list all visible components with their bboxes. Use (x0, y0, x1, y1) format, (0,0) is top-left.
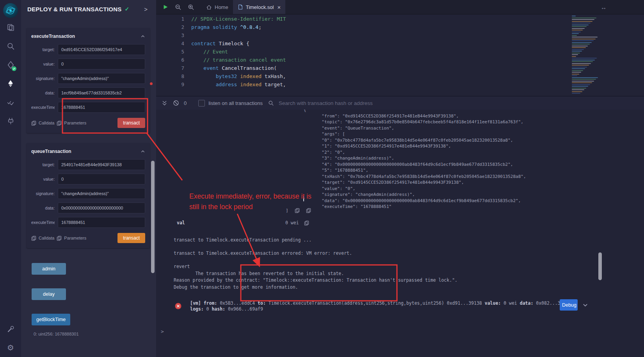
debug-button[interactable]: Debug (560, 299, 578, 311)
expand-log-icon[interactable] (582, 302, 588, 308)
log-revert-line: The transaction has been reverted to the… (174, 270, 457, 277)
debugger-icon[interactable] (0, 320, 21, 338)
executeTransaction-signature-input[interactable] (58, 73, 145, 84)
plugin-manager-icon[interactable] (0, 112, 21, 130)
icon-rail: ⚙ (0, 0, 21, 357)
getBlockTime-button[interactable]: getBlockTime (32, 314, 70, 325)
json-line: "0": "0x7bbc4778d4afa5bc7e95838b14d5e4e0… (304, 137, 526, 144)
unit-testing-icon[interactable] (0, 93, 21, 112)
code-line: 5 // Event (156, 48, 644, 56)
compiler-success-badge (12, 66, 16, 71)
line-number: 6 (156, 56, 184, 64)
admin-button[interactable]: admin (32, 263, 66, 275)
executeTransaction-data-input[interactable] (58, 87, 145, 98)
queueTransaction-transact-button[interactable]: transact (117, 233, 145, 243)
queueTransaction-target-input[interactable] (58, 159, 145, 170)
success-check-icon: ✓ (125, 6, 129, 12)
executeTransaction-transact-button[interactable]: transact (117, 118, 145, 128)
json-line: "1": "0xd9145CCE52D386f254917e481eB44e99… (304, 143, 526, 149)
breakpoint-dot (150, 82, 153, 85)
json-line: "from": "0xd9145CCE52D386f254917e481eB44… (304, 113, 526, 119)
minimap[interactable] (572, 16, 606, 94)
terminal-prompt[interactable]: > (161, 329, 164, 334)
tx-summary-row[interactable]: [vm] from: 0x5B3...eddC4 to: Timelock.ex… (175, 300, 571, 312)
copy-icon[interactable] (304, 220, 309, 226)
zoom-out-icon[interactable] (175, 4, 181, 11)
field-label: value: (31, 177, 55, 181)
json-line: "data": "0x000000000000000000000000ab848… (304, 198, 526, 204)
field-label: target: (31, 47, 55, 52)
code-editor[interactable]: 1// SPDX-License-Identifier: MIT2pragma … (156, 14, 644, 96)
clear-console-icon[interactable] (173, 100, 179, 106)
json-line: "event": "QueueTransaction", (304, 125, 526, 131)
field-label: signature: (31, 191, 55, 196)
field-label: executeTime: (31, 220, 55, 225)
executeTransaction-value-input[interactable] (58, 59, 145, 69)
json-line: "topic": "0x76e2796dc3a81d57b0e8504b647f… (304, 119, 526, 125)
tab-label: Timelock.sol (246, 4, 274, 10)
listen-checkbox[interactable] (198, 100, 205, 107)
tab-timelock-sol[interactable]: Timelock.sol × (233, 0, 286, 14)
queueTransaction-data-input[interactable] (58, 202, 145, 213)
executeTransaction-target-input[interactable] (58, 44, 145, 55)
json-line: "value": "0", (304, 186, 526, 192)
line-number: 9 (156, 80, 184, 89)
json-line: "txHash": "0x7bbc4778d4afa5bc7e95838b14d… (304, 174, 526, 180)
expand-horizontal-icon[interactable]: ↔ (601, 4, 607, 11)
log-json-close-row: ] (286, 208, 311, 214)
terminal-search-icon (268, 100, 274, 106)
collapse-caret-icon[interactable] (141, 34, 145, 39)
settings-icon[interactable]: ⚙ (0, 338, 21, 357)
editor-tab-bar: Home Timelock.sol × ↔ (156, 0, 644, 14)
line-number: 8 (156, 72, 184, 80)
zoom-in-icon[interactable] (188, 4, 194, 11)
tab-home[interactable]: Home (201, 0, 233, 14)
json-line: "2": "0", (304, 149, 526, 156)
json-line: "signature": "changeAdmin(address)", (304, 192, 526, 198)
collapse-caret-icon[interactable] (141, 149, 145, 154)
copy-icon[interactable] (306, 208, 311, 213)
file-explorer-icon[interactable] (0, 18, 21, 37)
function-card-queueTransaction: queueTransactiontarget:value:signature:d… (27, 143, 150, 248)
log-revert-block: revert The transaction has been reverted… (174, 263, 457, 291)
close-tab-icon[interactable]: × (277, 4, 281, 11)
log-val-row: val 0 wei (177, 220, 185, 226)
code-line: 7 event CancelTransaction( (156, 64, 644, 72)
copy-parameters-icon[interactable] (57, 121, 62, 126)
json-line: "args": [ (304, 131, 526, 137)
json-line: "5": "1678888451", (304, 167, 526, 174)
executeTransaction-executeTime-input[interactable] (58, 102, 145, 113)
copy-icon[interactable] (295, 208, 300, 213)
field-label: data: (31, 206, 55, 210)
queueTransaction-value-input[interactable] (58, 174, 145, 185)
line-number: 1 (156, 15, 184, 23)
terminal-scrollbar[interactable] (598, 252, 602, 280)
parameters-label: Parameters (64, 121, 86, 125)
tx-summary-text: [vm] from: 0x5B3...eddC4 to: Timelock.ex… (190, 300, 571, 312)
collapse-terminal-icon[interactable] (162, 100, 167, 106)
deploy-run-icon[interactable] (0, 74, 21, 93)
code-line: 3 (156, 31, 644, 39)
run-script-icon[interactable] (162, 4, 169, 10)
terminal-search-input[interactable] (278, 100, 408, 107)
solidity-compiler-icon[interactable] (0, 55, 21, 74)
remix-logo[interactable] (3, 3, 18, 18)
search-icon[interactable] (0, 37, 21, 55)
copy-calldata-icon[interactable] (31, 236, 36, 241)
line-number: 7 (156, 64, 184, 72)
line-number: 4 (156, 39, 184, 48)
queueTransaction-executeTime-input[interactable] (58, 217, 145, 228)
delay-button[interactable]: delay (32, 288, 66, 300)
contract-buttons: admindelaygetBlockTime (21, 263, 156, 325)
copy-parameters-icon[interactable] (57, 236, 62, 241)
panel-title: DEPLOY & RUN TRANSACTIONS (27, 6, 121, 12)
log-revert-line: Reason provided by the contract: "Timelo… (174, 277, 457, 284)
panel-scrollbar[interactable] (151, 161, 155, 273)
panel-collapse-chevron[interactable]: > (144, 6, 151, 12)
log-revert-line: Debug the transaction to get more inform… (174, 284, 457, 291)
log-errored: transact to Timelock.executeTransaction … (174, 250, 352, 257)
terminal: { "from": "0xd9145CCE52D386f254917e481eB… (156, 109, 644, 357)
queueTransaction-signature-input[interactable] (58, 188, 145, 199)
copy-calldata-icon[interactable] (31, 121, 36, 126)
json-line: "3": "changeAdmin(address)", (304, 155, 526, 162)
